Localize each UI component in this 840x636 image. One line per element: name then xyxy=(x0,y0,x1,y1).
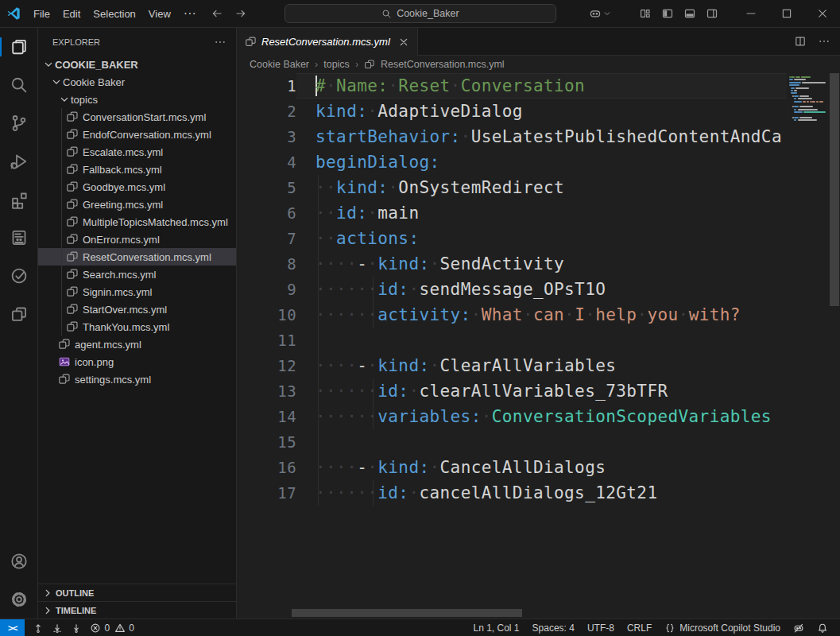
code-line[interactable]: 1#·Name:·Reset·Conversation xyxy=(237,73,787,99)
activity-explorer-button[interactable] xyxy=(0,28,37,66)
toggle-secondary-sidebar-icon[interactable] xyxy=(706,7,718,20)
toggle-sidebar-icon[interactable] xyxy=(661,7,674,20)
code-line[interactable]: 16····-·kind:·CancelAllDialogs xyxy=(237,455,787,480)
activity-search-button[interactable] xyxy=(0,66,37,104)
line-number[interactable]: 4 xyxy=(237,153,296,171)
tree-item[interactable]: ThankYou.mcs.yml xyxy=(38,318,236,335)
timeline-section[interactable]: TIMELINE xyxy=(38,601,236,619)
line-number[interactable]: 10 xyxy=(237,306,296,324)
code-line[interactable]: 12····-·kind:·ClearAllVariables xyxy=(237,353,787,378)
activity-extensions-button[interactable] xyxy=(0,180,37,219)
publish-up-icon[interactable] xyxy=(33,622,44,634)
line-number[interactable]: 3 xyxy=(237,128,296,145)
encoding[interactable]: UTF-8 xyxy=(582,622,620,634)
download-icon[interactable] xyxy=(71,622,82,634)
pull-down-icon[interactable] xyxy=(52,622,63,634)
tree-item[interactable]: ConversationStart.mcs.yml xyxy=(38,108,236,126)
tree-item[interactable]: settings.mcs.yml xyxy=(38,370,236,388)
split-editor-icon[interactable] xyxy=(794,35,807,48)
activity-source-control-button[interactable] xyxy=(0,104,37,142)
language-mode[interactable]: Microsoft Copilot Studio xyxy=(659,622,786,634)
line-number[interactable]: 11 xyxy=(237,332,296,349)
tree-item[interactable]: Search.mcs.yml xyxy=(38,266,236,283)
code-line[interactable]: 11 xyxy=(237,328,787,353)
activity-settings-button[interactable] xyxy=(0,580,37,619)
menu-more-button[interactable]: ··· xyxy=(177,3,203,24)
code-line[interactable]: 6··id:·main xyxy=(237,200,787,226)
problems-errors[interactable]: 0 xyxy=(90,622,110,634)
tree-item[interactable]: ResetConversation.mcs.yml xyxy=(38,248,236,266)
tree-item[interactable]: Escalate.mcs.yml xyxy=(38,143,236,161)
menu-edit[interactable]: Edit xyxy=(56,5,87,23)
line-number[interactable]: 17 xyxy=(237,484,296,502)
breadcrumb-file[interactable]: ResetConversation.mcs.yml xyxy=(381,59,505,70)
tab-resetconversation[interactable]: ResetConversation.mcs.yml xyxy=(237,28,418,56)
indentation[interactable]: Spaces: 4 xyxy=(527,622,580,634)
tree-item[interactable]: MultipleTopicsMatched.mcs.yml xyxy=(38,213,236,231)
outline-section[interactable]: OUTLINE xyxy=(38,584,236,601)
line-number[interactable]: 16 xyxy=(237,459,296,476)
line-number[interactable]: 9 xyxy=(237,281,296,298)
line-number[interactable]: 15 xyxy=(237,433,296,451)
eol-sequence[interactable]: CRLF xyxy=(621,622,657,634)
customize-layout-icon[interactable] xyxy=(639,7,652,20)
problems-warnings[interactable]: 0 xyxy=(114,622,134,634)
code-line[interactable]: 5··kind:·OnSystemRedirect xyxy=(237,175,787,200)
command-center-search[interactable]: Cookie_Baker xyxy=(285,4,556,23)
horizontal-scrollbar-thumb[interactable] xyxy=(292,609,522,617)
tree-item[interactable]: COOKIE_BAKER xyxy=(38,56,236,73)
tree-item[interactable]: Fallback.mcs.yml xyxy=(38,161,236,178)
breadcrumb-folder[interactable]: Cookie Baker xyxy=(250,59,309,70)
activity-run-debug-button[interactable] xyxy=(0,142,37,180)
line-number[interactable]: 2 xyxy=(237,103,296,120)
tree-item[interactable]: OnError.mcs.yml xyxy=(38,231,236,248)
activity-copilot-studio-button[interactable] xyxy=(0,219,37,257)
tree-item[interactable]: Signin.mcs.yml xyxy=(38,283,236,301)
line-number[interactable]: 1 xyxy=(237,77,296,95)
notifications-button[interactable] xyxy=(811,622,834,634)
code-editor[interactable]: 1#·Name:·Reset·Conversation2kind:·Adapti… xyxy=(237,73,840,619)
vertical-scrollbar-thumb[interactable] xyxy=(830,73,839,306)
line-number[interactable]: 12 xyxy=(237,357,296,374)
code-line[interactable]: 2kind:·AdaptiveDialog xyxy=(237,99,787,124)
tree-item[interactable]: topics xyxy=(38,91,236,108)
line-number[interactable]: 14 xyxy=(237,408,296,425)
code-line[interactable]: 7··actions: xyxy=(237,226,787,251)
activity-checklist-button[interactable] xyxy=(0,257,37,295)
vertical-scrollbar[interactable] xyxy=(829,73,840,619)
copilot-menu-button[interactable] xyxy=(583,7,618,20)
activity-account-button[interactable] xyxy=(0,542,37,580)
activity-layers-button[interactable] xyxy=(0,295,37,333)
remote-indicator[interactable]: >< xyxy=(0,619,25,636)
code-line[interactable]: 3startBehavior:·UseLatestPublishedConten… xyxy=(237,124,787,149)
menu-view[interactable]: View xyxy=(142,5,177,23)
copilot-status-button[interactable] xyxy=(788,622,810,634)
breadcrumb-folder[interactable]: topics xyxy=(323,59,350,70)
minimize-button[interactable] xyxy=(733,0,768,28)
code-line[interactable]: 9······id:·sendMessage_OPsT1O xyxy=(237,277,787,302)
line-number[interactable]: 7 xyxy=(237,230,296,247)
tree-item[interactable]: Cookie Baker xyxy=(38,73,236,91)
code-line[interactable]: 15 xyxy=(237,429,787,455)
line-number[interactable]: 6 xyxy=(237,204,296,222)
close-button[interactable] xyxy=(804,0,840,28)
tree-item[interactable]: EndofConversation.mcs.yml xyxy=(38,126,236,143)
minimap[interactable] xyxy=(787,73,829,619)
editor-more-actions-icon[interactable] xyxy=(818,35,830,48)
code-line[interactable]: 8····-·kind:·SendActivity xyxy=(237,251,787,277)
code-line[interactable]: 10······activity:·What·can·I·help·you·wi… xyxy=(237,302,787,328)
line-number[interactable]: 5 xyxy=(237,179,296,196)
tree-item[interactable]: Goodbye.mcs.yml xyxy=(38,178,236,196)
cursor-position[interactable]: Ln 1, Col 1 xyxy=(468,622,525,634)
tree-item[interactable]: agent.mcs.yml xyxy=(38,335,236,353)
code-line[interactable]: 17······id:·cancelAllDialogs_12Gt21 xyxy=(237,480,787,506)
tree-item[interactable]: icon.png xyxy=(38,353,236,370)
menu-file[interactable]: File xyxy=(27,5,56,23)
forward-arrow-icon[interactable] xyxy=(234,7,247,20)
line-number[interactable]: 8 xyxy=(237,255,296,273)
code-line[interactable]: 13······id:·clearAllVariables_73bTFR xyxy=(237,378,787,404)
line-number[interactable]: 13 xyxy=(237,382,296,400)
maximize-button[interactable] xyxy=(768,0,804,28)
tree-item[interactable]: StartOver.mcs.yml xyxy=(38,301,236,318)
explorer-more-actions-icon[interactable] xyxy=(214,36,226,48)
